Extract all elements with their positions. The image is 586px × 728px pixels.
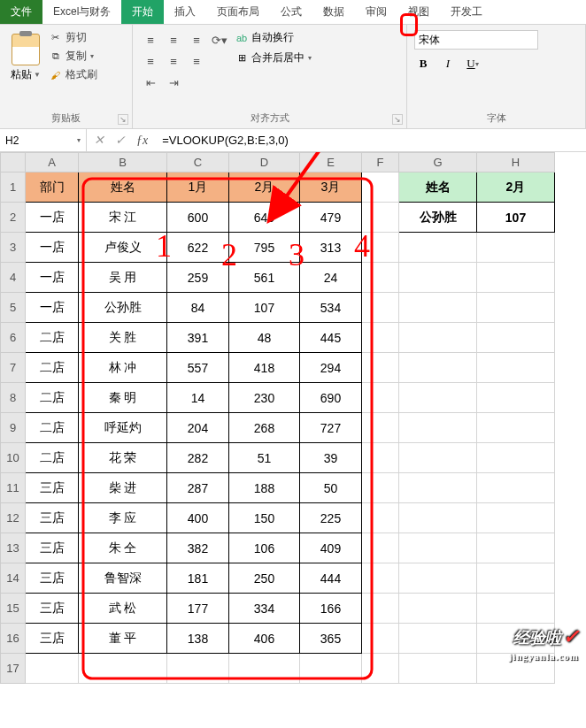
cell[interactable]: 50 xyxy=(300,473,362,503)
cell[interactable]: 225 xyxy=(300,503,362,533)
align-top-button[interactable]: ≡ xyxy=(140,30,161,50)
dialog-launcher-icon[interactable]: ↘ xyxy=(118,114,128,125)
cell[interactable] xyxy=(362,353,399,383)
row-header[interactable]: 15 xyxy=(1,594,26,624)
col-header[interactable]: D xyxy=(229,153,300,172)
cell[interactable] xyxy=(362,203,399,233)
cell[interactable]: 1月 xyxy=(167,172,229,203)
col-header[interactable]: A xyxy=(26,153,79,172)
cell[interactable]: 418 xyxy=(229,353,300,383)
cell[interactable] xyxy=(26,654,79,684)
cell[interactable]: 董 平 xyxy=(79,624,167,654)
format-painter-button[interactable]: 🖌格式刷 xyxy=(50,67,97,82)
cell[interactable]: 鲁智深 xyxy=(79,563,167,594)
cell[interactable]: 2月 xyxy=(477,172,555,203)
cell[interactable]: 三店 xyxy=(26,563,79,594)
cell[interactable] xyxy=(362,263,399,293)
decrease-indent-button[interactable]: ⇤ xyxy=(140,73,161,92)
row-header[interactable]: 9 xyxy=(1,413,26,443)
cell[interactable]: 三店 xyxy=(26,503,79,533)
chevron-down-icon[interactable]: ▾ xyxy=(90,52,94,60)
row-header[interactable]: 6 xyxy=(1,323,26,353)
cell[interactable]: 关 胜 xyxy=(79,323,167,353)
cell[interactable] xyxy=(399,353,477,383)
cell[interactable]: 武 松 xyxy=(79,594,167,624)
cell[interactable]: 二店 xyxy=(26,413,79,443)
menu-review[interactable]: 审阅 xyxy=(355,0,397,24)
row-header[interactable]: 12 xyxy=(1,503,26,533)
cell[interactable]: 姓名 xyxy=(399,172,477,203)
row-header[interactable]: 13 xyxy=(1,533,26,563)
row-header[interactable]: 1 xyxy=(1,172,26,203)
cell[interactable]: 107 xyxy=(477,203,555,233)
fx-icon[interactable]: ƒx xyxy=(136,134,148,148)
cell[interactable] xyxy=(300,654,362,684)
cell[interactable]: 406 xyxy=(229,624,300,654)
name-box[interactable]: H2 ▾ xyxy=(0,129,87,151)
cell[interactable]: 24 xyxy=(300,263,362,293)
cell[interactable] xyxy=(399,263,477,293)
cell[interactable]: 557 xyxy=(167,353,229,383)
cell[interactable]: 107 xyxy=(229,293,300,323)
cell[interactable]: 334 xyxy=(229,594,300,624)
menu-view[interactable]: 视图 xyxy=(397,0,440,24)
cell[interactable]: 230 xyxy=(229,383,300,413)
cell[interactable]: 382 xyxy=(167,533,229,563)
row-header[interactable]: 17 xyxy=(1,654,26,684)
cell[interactable]: 391 xyxy=(167,323,229,353)
cell[interactable] xyxy=(399,443,477,473)
cell[interactable] xyxy=(399,233,477,263)
row-header[interactable]: 8 xyxy=(1,383,26,413)
cell[interactable] xyxy=(399,563,477,594)
cell[interactable]: 400 xyxy=(167,503,229,533)
cell[interactable]: 卢俊义 xyxy=(79,233,167,263)
cell[interactable]: 部门 xyxy=(26,172,79,203)
align-bottom-button[interactable]: ≡ xyxy=(186,30,207,50)
cell[interactable] xyxy=(362,624,399,654)
row-header[interactable]: 11 xyxy=(1,473,26,503)
row-header[interactable]: 3 xyxy=(1,233,26,263)
col-header[interactable]: E xyxy=(300,153,362,172)
cell[interactable]: 3月 xyxy=(300,172,362,203)
cell[interactable]: 2月 xyxy=(229,172,300,203)
row-header[interactable]: 7 xyxy=(1,353,26,383)
cell[interactable]: 561 xyxy=(229,263,300,293)
cell[interactable]: 39 xyxy=(300,443,362,473)
orientation-button[interactable]: ⟳▾ xyxy=(209,30,230,50)
underline-button[interactable]: U▾ xyxy=(464,55,482,73)
row-header[interactable]: 4 xyxy=(1,263,26,293)
cell[interactable]: 柴 进 xyxy=(79,473,167,503)
cell[interactable]: 259 xyxy=(167,263,229,293)
cell[interactable]: 14 xyxy=(167,383,229,413)
row-header[interactable]: 5 xyxy=(1,293,26,323)
row-header[interactable]: 14 xyxy=(1,563,26,594)
cell[interactable]: 林 冲 xyxy=(79,353,167,383)
cell[interactable]: 公孙胜 xyxy=(399,203,477,233)
menu-data[interactable]: 数据 xyxy=(312,0,355,24)
col-header[interactable]: G xyxy=(399,153,477,172)
italic-button[interactable]: I xyxy=(439,55,457,73)
cut-button[interactable]: ✂剪切 xyxy=(50,30,97,45)
menu-insert[interactable]: 插入 xyxy=(164,0,206,24)
dialog-launcher-icon[interactable]: ↘ xyxy=(392,114,403,125)
cell[interactable]: 一店 xyxy=(26,293,79,323)
cell[interactable]: 649 xyxy=(229,203,300,233)
cell[interactable] xyxy=(362,563,399,594)
cell[interactable] xyxy=(362,443,399,473)
cell[interactable]: 188 xyxy=(229,473,300,503)
cell[interactable] xyxy=(362,172,399,203)
cell[interactable] xyxy=(399,323,477,353)
cell[interactable]: 三店 xyxy=(26,533,79,563)
cell[interactable] xyxy=(362,413,399,443)
cell[interactable]: 534 xyxy=(300,293,362,323)
menu-formulas[interactable]: 公式 xyxy=(270,0,312,24)
cell[interactable]: 公孙胜 xyxy=(79,293,167,323)
cell[interactable] xyxy=(399,654,477,684)
menu-page-layout[interactable]: 页面布局 xyxy=(206,0,270,24)
cell[interactable] xyxy=(399,413,477,443)
cell[interactable]: 姓名 xyxy=(79,172,167,203)
chevron-down-icon[interactable]: ▼ xyxy=(34,71,41,79)
increase-indent-button[interactable]: ⇥ xyxy=(163,73,184,92)
cell[interactable] xyxy=(229,654,300,684)
chevron-down-icon[interactable]: ▾ xyxy=(77,136,81,144)
